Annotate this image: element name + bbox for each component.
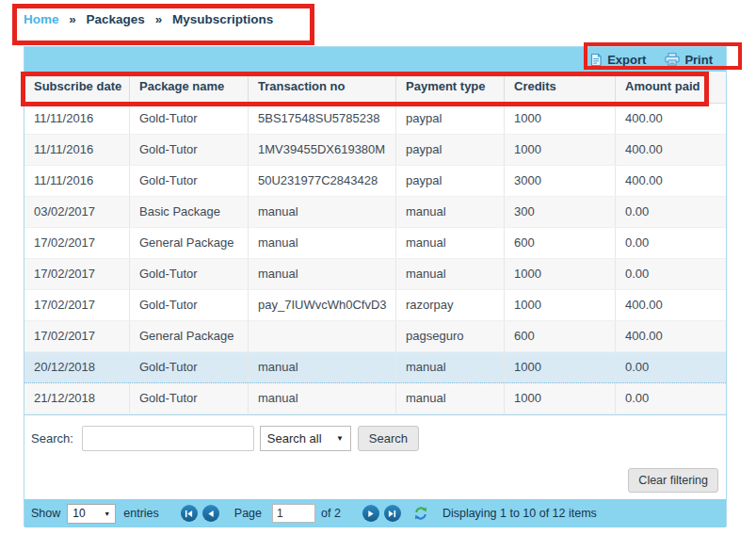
table-cell: paypal	[396, 135, 505, 165]
table-cell: pagseguro	[396, 321, 505, 351]
table-row[interactable]: 11/11/2016Gold-Tutor50U231977C2843428pay…	[24, 166, 726, 197]
refresh-button[interactable]	[413, 506, 428, 521]
table-row[interactable]: 17/02/2017Gold-Tutorpay_7IUWvcWh0CfvD3ra…	[24, 290, 726, 321]
search-button[interactable]: Search	[358, 426, 419, 451]
table-cell: 600	[505, 321, 616, 351]
table-cell: 300	[505, 197, 616, 227]
next-page-icon	[367, 510, 375, 518]
table-row[interactable]: 03/02/2017Basic Packagemanualmanual3000.…	[24, 197, 726, 228]
table-cell: 50U231977C2843428	[249, 166, 396, 196]
table-cell: 400.00	[616, 290, 726, 320]
clear-filtering-button[interactable]: Clear filtering	[628, 468, 718, 493]
table-row[interactable]: 17/02/2017Gold-Tutormanualmanual10000.00	[24, 259, 726, 290]
table-cell: 17/02/2017	[24, 259, 130, 289]
table-cell: 0.00	[616, 228, 726, 258]
table-cell: 1000	[505, 259, 616, 289]
column-header[interactable]: Transaction no	[249, 72, 396, 103]
table-cell: manual	[396, 259, 505, 289]
next-page-button[interactable]	[362, 505, 379, 522]
table-cell: 1MV39455DX619380M	[249, 135, 396, 165]
table-cell: General Package	[130, 228, 249, 258]
chevron-down-icon: ▼	[336, 434, 344, 443]
search-scope-select[interactable]: Search all ▼	[260, 426, 351, 451]
table-cell: manual	[396, 352, 505, 382]
table-cell: paypal	[396, 166, 505, 196]
page-number-input[interactable]	[272, 504, 315, 523]
print-button-label: Print	[684, 53, 713, 67]
table-cell: 17/02/2017	[24, 321, 130, 351]
table-cell: manual	[396, 228, 505, 258]
table-row[interactable]: 17/02/2017General Packagepagseguro600400…	[24, 321, 726, 352]
chevron-down-icon: ▼	[104, 510, 110, 517]
table-cell	[249, 321, 396, 351]
table-row[interactable]: 11/11/2016Gold-Tutor5BS17548SU5785238pay…	[24, 104, 726, 135]
show-label: Show	[31, 507, 60, 520]
table-cell: 1000	[505, 352, 616, 382]
column-header[interactable]: Payment type	[396, 72, 505, 103]
page-count-label: of 2	[321, 507, 341, 520]
first-page-button[interactable]	[181, 505, 198, 522]
search-scope-selected-value: Search all	[267, 431, 322, 446]
table-cell: paypal	[396, 104, 505, 134]
export-button-label: Export	[607, 53, 646, 67]
last-page-button[interactable]	[384, 505, 401, 522]
column-header[interactable]: Amount paid	[616, 72, 726, 103]
table-cell: Gold-Tutor	[130, 352, 249, 382]
table-row[interactable]: 21/12/2018Gold-Tutormanualmanual10000.00	[24, 383, 726, 414]
first-page-icon	[185, 510, 193, 518]
table-cell: manual	[249, 352, 396, 382]
previous-page-icon	[207, 510, 215, 518]
table-cell: 1000	[505, 383, 616, 413]
display-status-text: Displaying 1 to 10 of 12 items	[442, 507, 597, 520]
table-cell: Gold-Tutor	[130, 383, 249, 413]
table-cell: 1000	[505, 104, 616, 134]
table-cell: 5BS17548SU5785238	[249, 104, 396, 134]
previous-page-button[interactable]	[202, 505, 219, 522]
table-cell: 400.00	[616, 135, 726, 165]
table-body: 11/11/2016Gold-Tutor5BS17548SU5785238pay…	[24, 104, 726, 414]
table-cell: 3000	[505, 166, 616, 196]
table-cell: 1000	[505, 290, 616, 320]
column-header[interactable]: Credits	[505, 72, 616, 103]
export-button[interactable]: Export	[589, 53, 646, 67]
table-cell: 21/12/2018	[24, 383, 130, 413]
table-cell: 0.00	[616, 383, 726, 413]
table-cell: 17/02/2017	[24, 228, 130, 258]
table-cell: 600	[505, 228, 616, 258]
table-cell: 11/11/2016	[24, 166, 130, 196]
column-header[interactable]: Subscribe date	[24, 72, 130, 103]
table-cell: pay_7IUWvcWh0CfvD3	[249, 290, 396, 320]
table-cell: 03/02/2017	[24, 197, 130, 227]
table-cell: 400.00	[616, 166, 726, 196]
table-cell: manual	[249, 197, 396, 227]
search-label: Search:	[31, 431, 73, 446]
page-label: Page	[234, 507, 262, 520]
table-cell: Gold-Tutor	[130, 290, 249, 320]
table-cell: 17/02/2017	[24, 290, 130, 320]
table-cell: manual	[249, 259, 396, 289]
table-row[interactable]: 11/11/2016Gold-Tutor1MV39455DX619380Mpay…	[24, 135, 726, 166]
table-cell: 20/12/2018	[24, 352, 130, 382]
table-cell: 11/11/2016	[24, 104, 130, 134]
table-cell: 11/11/2016	[24, 135, 130, 165]
column-header[interactable]: Package name	[130, 72, 249, 103]
table-cell: manual	[396, 383, 505, 413]
entries-per-page-select[interactable]: 10 ▼	[67, 504, 116, 524]
table-cell: 1000	[505, 135, 616, 165]
search-input[interactable]	[82, 426, 254, 451]
grid-toolbar: Export Print	[24, 47, 726, 72]
breadcrumb-item-packages[interactable]: Packages	[87, 12, 145, 26]
breadcrumb-item-mysubscriptions: Mysubscriptions	[172, 12, 273, 26]
subscriptions-grid-panel: Export Print Subscribe datePackage nameT…	[24, 46, 727, 527]
table-cell: Gold-Tutor	[130, 135, 249, 165]
table-cell: manual	[249, 383, 396, 413]
last-page-icon	[388, 510, 396, 518]
table-cell: 400.00	[616, 321, 726, 351]
print-button[interactable]: Print	[665, 53, 713, 67]
table-cell: manual	[249, 228, 396, 258]
table-row[interactable]: 20/12/2018Gold-Tutormanualmanual10000.00	[24, 352, 726, 383]
table-row[interactable]: 17/02/2017General Packagemanualmanual600…	[24, 228, 726, 259]
breadcrumb-separator: »	[69, 12, 76, 26]
breadcrumb-item-home[interactable]: Home	[24, 12, 59, 26]
table-cell: Gold-Tutor	[130, 166, 249, 196]
